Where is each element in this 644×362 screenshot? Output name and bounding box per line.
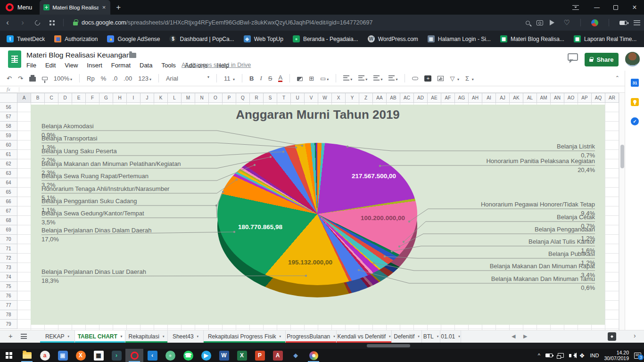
taskbar-powerpoint[interactable]: P bbox=[251, 349, 269, 362]
column-header-U[interactable]: U bbox=[291, 93, 305, 103]
taskbar-app-a[interactable]: a bbox=[36, 349, 54, 362]
menu-insert[interactable]: Insert bbox=[87, 62, 102, 69]
column-header-AI[interactable]: AI bbox=[482, 93, 496, 103]
move-folder-icon[interactable] bbox=[129, 53, 136, 58]
column-header-AR[interactable]: AR bbox=[605, 93, 619, 103]
minimize-button[interactable]: — bbox=[587, 4, 606, 11]
row-header-77[interactable]: 77 bbox=[0, 301, 17, 310]
horizontal-align-icon[interactable]: ▾ bbox=[343, 75, 352, 82]
row-header-57[interactable]: 57 bbox=[0, 112, 17, 122]
calendar-icon[interactable]: 31 bbox=[631, 79, 639, 87]
all-sheets-icon[interactable] bbox=[21, 334, 27, 339]
taskbar-vscode[interactable]: ‹ bbox=[143, 349, 161, 362]
row-header-67[interactable]: 67 bbox=[0, 206, 17, 216]
column-header-M[interactable]: M bbox=[182, 93, 195, 103]
row-header-61[interactable]: 61 bbox=[0, 150, 17, 159]
column-header-AQ[interactable]: AQ bbox=[592, 93, 605, 103]
row-header-76[interactable]: 76 bbox=[0, 291, 17, 301]
merge-cells-icon[interactable]: ▭▾ bbox=[320, 75, 329, 82]
column-header-P[interactable]: P bbox=[223, 93, 236, 103]
idm-extension-icon[interactable] bbox=[591, 19, 598, 26]
column-header-O[interactable]: O bbox=[209, 93, 223, 103]
text-rotation-icon[interactable]: ▾ bbox=[388, 75, 397, 82]
bookmark-item[interactable]: ●Beranda - Pegadaia... bbox=[293, 35, 358, 42]
taskbar-xampp[interactable]: X bbox=[72, 349, 90, 362]
language-indicator[interactable]: IND bbox=[590, 353, 599, 358]
undo-icon[interactable]: ↶ bbox=[7, 75, 12, 82]
formula-bar[interactable]: fx bbox=[0, 86, 625, 93]
increase-decimal-button[interactable]: .00 bbox=[124, 75, 132, 82]
tab-close-icon[interactable]: × bbox=[101, 4, 107, 11]
menu-view[interactable]: View bbox=[65, 62, 78, 69]
avatar[interactable] bbox=[625, 52, 640, 66]
column-header-Y[interactable]: Y bbox=[346, 93, 359, 103]
font-size-select[interactable]: 11 ▾ bbox=[224, 75, 235, 82]
strikethrough-button[interactable]: S bbox=[268, 75, 272, 82]
bold-button[interactable]: B bbox=[249, 75, 254, 82]
column-header-L[interactable]: L bbox=[168, 93, 182, 103]
horizontal-scroll-thumb[interactable] bbox=[367, 344, 410, 347]
bookmark-item[interactable]: $Dashboard | PopCa... bbox=[169, 35, 234, 42]
reload-icon[interactable] bbox=[34, 19, 41, 26]
column-header-AL[interactable]: AL bbox=[523, 93, 537, 103]
share-button[interactable]: Share bbox=[585, 53, 619, 66]
column-header-T[interactable]: T bbox=[277, 93, 291, 103]
sheet-tab-tabel-chart[interactable]: TABEL CHART▾ bbox=[75, 330, 125, 343]
column-header-AC[interactable]: AC bbox=[400, 93, 414, 103]
insert-link-icon[interactable] bbox=[412, 77, 418, 80]
sheet-tab-rekap[interactable]: REKAP▾ bbox=[40, 330, 75, 343]
forward-icon[interactable]: › bbox=[15, 18, 30, 27]
save-status[interactable]: All changes saved in Drive bbox=[182, 62, 251, 68]
bookmark-item[interactable]: ▦Laporan Real Time... bbox=[574, 35, 636, 42]
column-header-AG[interactable]: AG bbox=[455, 93, 469, 103]
menu-tools[interactable]: Tools bbox=[161, 62, 175, 69]
column-header-AP[interactable]: AP bbox=[578, 93, 592, 103]
action-center-icon[interactable]: 3 bbox=[634, 353, 641, 359]
panel-chevron-icon[interactable]: › bbox=[634, 332, 636, 339]
scroll-thumb[interactable] bbox=[620, 145, 624, 168]
taskbar-filmora[interactable]: › bbox=[107, 349, 125, 362]
format-percent-button[interactable]: % bbox=[101, 75, 107, 82]
column-header-F[interactable]: F bbox=[86, 93, 99, 103]
functions-icon[interactable]: Σ ▾ bbox=[465, 75, 474, 82]
hidden-icons-chevron[interactable]: ^ bbox=[538, 353, 540, 358]
sheet-tab-rekapitulasi-progress-fisik[interactable]: Rekapitulasi Progress Fisik▾ bbox=[204, 330, 286, 343]
explore-icon[interactable] bbox=[608, 332, 616, 341]
column-header-V[interactable]: V bbox=[305, 93, 318, 103]
text-color-button[interactable]: A bbox=[278, 74, 282, 82]
number-format-select[interactable]: 123▾ bbox=[138, 75, 151, 82]
star-icon[interactable]: ☆ bbox=[118, 51, 124, 58]
keep-icon[interactable] bbox=[631, 98, 639, 106]
column-header-AO[interactable]: AO bbox=[564, 93, 578, 103]
sheet-tab-defenitif[interactable]: Defenitif▾ bbox=[392, 330, 422, 343]
menu-edit[interactable]: Edit bbox=[45, 62, 56, 69]
row-header-58[interactable]: 58 bbox=[0, 122, 17, 131]
vertical-align-icon[interactable]: ▾ bbox=[358, 75, 367, 82]
paint-format-icon[interactable] bbox=[42, 77, 48, 80]
row-header-73[interactable]: 73 bbox=[0, 263, 17, 272]
column-header-AM[interactable]: AM bbox=[537, 93, 551, 103]
taskbar-file-explorer[interactable] bbox=[18, 349, 36, 362]
taskbar-access[interactable]: A bbox=[269, 349, 287, 362]
column-header-AF[interactable]: AF bbox=[441, 93, 455, 103]
column-header-AA[interactable]: AA bbox=[373, 93, 387, 103]
bookmark-heart-icon[interactable]: ♡ bbox=[564, 18, 570, 27]
column-header-K[interactable]: K bbox=[154, 93, 168, 103]
row-header-71[interactable]: 71 bbox=[0, 244, 17, 254]
column-header-AD[interactable]: AD bbox=[414, 93, 428, 103]
clock[interactable]: 14.20 30/07/2019 bbox=[604, 350, 629, 361]
taskbar-excel[interactable]: X bbox=[233, 349, 251, 362]
column-header-H[interactable]: H bbox=[113, 93, 127, 103]
column-header-E[interactable]: E bbox=[72, 93, 86, 103]
italic-button[interactable]: I bbox=[260, 74, 262, 82]
sheet-tab-btl[interactable]: BTL▾ bbox=[422, 330, 440, 343]
snapshot-icon[interactable] bbox=[537, 20, 543, 25]
row-header-63[interactable]: 63 bbox=[0, 169, 17, 178]
taskbar-whatsapp[interactable]: ☎ bbox=[179, 349, 197, 362]
battery-saver-icon[interactable] bbox=[619, 21, 627, 25]
borders-icon[interactable]: ⊞ bbox=[309, 75, 314, 82]
toolbar-collapse-icon[interactable]: ⌃ bbox=[615, 75, 619, 81]
print-icon[interactable] bbox=[29, 77, 36, 82]
decrease-decimal-button[interactable]: .0 bbox=[112, 75, 117, 82]
row-header-74[interactable]: 74 bbox=[0, 272, 17, 282]
